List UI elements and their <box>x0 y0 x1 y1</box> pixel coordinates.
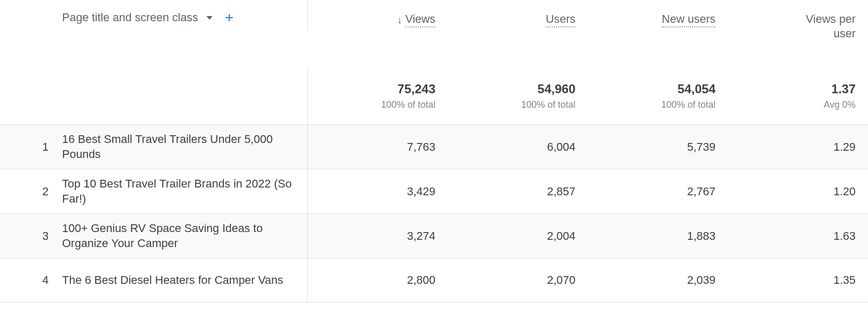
row-title[interactable]: 100+ Genius RV Space Saving Ideas to Org… <box>57 214 308 258</box>
summary-users: 54,960 100% of total <box>448 67 588 124</box>
summary-vpu-sub: Avg 0% <box>824 99 856 110</box>
row-index: 4 <box>0 258 57 302</box>
summary-new-users-sub: 100% of total <box>661 99 715 110</box>
row-views: 3,429 <box>308 169 448 213</box>
row-new-users: 2,039 <box>588 258 728 302</box>
summary-views-per-user: 1.37 Avg 0% <box>728 67 868 124</box>
summary-views-sub: 100% of total <box>381 99 436 110</box>
row-vpu: 1.63 <box>728 214 868 258</box>
summary-title-spacer <box>57 67 308 124</box>
row-vpu: 1.29 <box>728 125 868 169</box>
col-header-users[interactable]: Users <box>448 0 588 34</box>
row-title[interactable]: The 6 Best Diesel Heaters for Camper Van… <box>57 258 308 302</box>
row-index: 3 <box>0 214 57 258</box>
row-vpu: 1.20 <box>728 169 868 213</box>
table-header-row: Page title and screen class + ↓ Views Us… <box>0 0 868 67</box>
table-row[interactable]: 2 Top 10 Best Travel Trailer Brands in 2… <box>0 169 868 213</box>
row-index: 2 <box>0 169 57 213</box>
summary-index-spacer <box>0 67 57 124</box>
row-title[interactable]: Top 10 Best Travel Trailer Brands in 202… <box>57 169 308 213</box>
summary-users-sub: 100% of total <box>521 99 575 110</box>
row-new-users: 1,883 <box>588 214 728 258</box>
col-header-views[interactable]: ↓ Views <box>308 0 448 34</box>
add-dimension-button[interactable]: + <box>225 10 233 25</box>
chevron-down-icon <box>206 16 213 20</box>
row-index: 1 <box>0 125 57 169</box>
row-new-users: 2,767 <box>588 169 728 213</box>
row-new-users: 5,739 <box>588 125 728 169</box>
views-label: Views <box>405 12 435 27</box>
table-summary-row: 75,243 100% of total 54,960 100% of tota… <box>0 67 868 124</box>
analytics-table: Page title and screen class + ↓ Views Us… <box>0 0 868 302</box>
row-title[interactable]: 16 Best Small Travel Trailers Under 5,00… <box>57 125 308 169</box>
col-header-views-per-user[interactable]: Views per user <box>728 0 868 47</box>
sort-down-arrow-icon: ↓ <box>397 14 402 26</box>
summary-vpu-value: 1.37 <box>831 82 856 96</box>
table-row[interactable]: 4 The 6 Best Diesel Heaters for Camper V… <box>0 258 868 302</box>
row-users: 2,070 <box>448 258 588 302</box>
dimension-label: Page title and screen class <box>62 10 198 25</box>
table-row[interactable]: 3 100+ Genius RV Space Saving Ideas to O… <box>0 213 868 258</box>
table-row[interactable]: 1 16 Best Small Travel Trailers Under 5,… <box>0 124 868 169</box>
dimension-selector[interactable]: Page title and screen class + <box>62 10 233 25</box>
row-users: 2,004 <box>448 214 588 258</box>
row-views: 2,800 <box>308 258 448 302</box>
summary-new-users: 54,054 100% of total <box>588 67 728 124</box>
summary-users-value: 54,960 <box>537 82 575 96</box>
row-users: 6,004 <box>448 125 588 169</box>
row-views: 7,763 <box>308 125 448 169</box>
row-users: 2,857 <box>448 169 588 213</box>
summary-views: 75,243 100% of total <box>308 67 448 124</box>
views-per-user-label-line2: user <box>833 27 856 40</box>
views-per-user-label-line1: Views per <box>806 12 856 26</box>
col-header-new-users[interactable]: New users <box>588 0 728 34</box>
summary-views-value: 75,243 <box>397 82 435 96</box>
row-views: 3,274 <box>308 214 448 258</box>
dimension-header: Page title and screen class + <box>57 0 308 32</box>
users-label: Users <box>546 12 575 27</box>
row-vpu: 1.35 <box>728 258 868 302</box>
new-users-label: New users <box>662 12 715 27</box>
summary-new-users-value: 54,054 <box>678 82 715 96</box>
